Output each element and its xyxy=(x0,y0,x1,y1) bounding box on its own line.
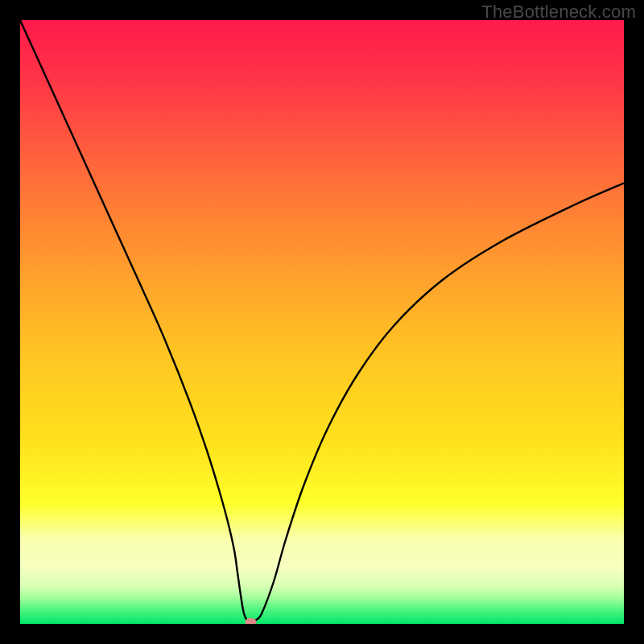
chart-frame: TheBottleneck.com xyxy=(0,0,644,644)
gradient-background xyxy=(20,20,624,624)
watermark-text: TheBottleneck.com xyxy=(481,2,636,23)
bottleneck-chart xyxy=(20,20,624,624)
